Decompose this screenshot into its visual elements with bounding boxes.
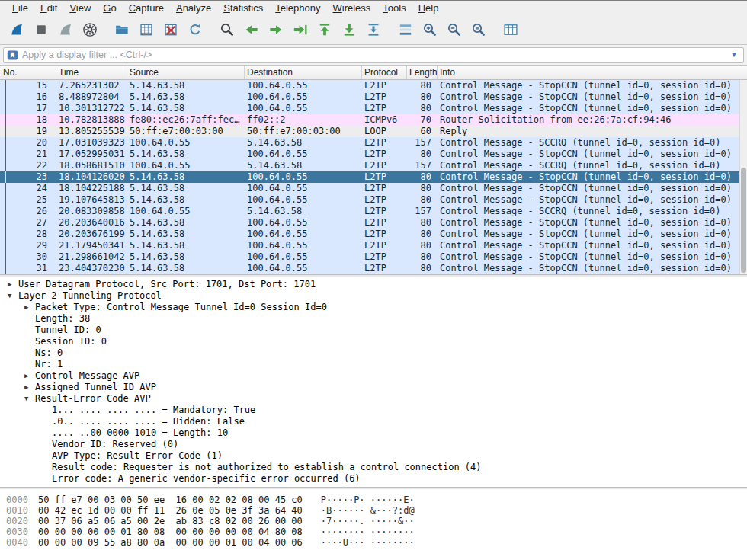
detail-line[interactable]: .0.. .... .... .... = Hidden: False xyxy=(0,416,747,427)
column-header-destination[interactable]: Destination xyxy=(245,66,362,79)
packet-row-20[interactable]: 2017.031039323100.64.0.555.14.63.58L2TP1… xyxy=(0,137,747,149)
packet-row-16[interactable]: 168.4889728045.14.63.58100.64.0.55L2TP80… xyxy=(0,91,747,103)
detail-line[interactable]: ▶User Datagram Protocol, Src Port: 1701,… xyxy=(0,279,747,290)
zoom-in-button[interactable] xyxy=(418,19,441,41)
menu-item-wireless[interactable]: Wireless xyxy=(327,1,377,15)
go-to-packet-button[interactable] xyxy=(289,19,312,41)
column-header-source[interactable]: Source xyxy=(127,66,245,79)
reload-file-button[interactable] xyxy=(184,19,207,41)
expand-arrow-icon[interactable]: ▶ xyxy=(23,370,35,382)
menu-item-tools[interactable]: Tools xyxy=(377,1,412,15)
detail-line[interactable]: Error code: A generic vendor-specific er… xyxy=(0,473,747,485)
capture-options-button[interactable] xyxy=(79,19,101,41)
detail-line[interactable]: Ns: 0 xyxy=(0,347,747,359)
go-back-button[interactable] xyxy=(240,19,263,41)
open-file-button[interactable] xyxy=(111,19,133,41)
stop-capture-button[interactable] xyxy=(30,19,53,41)
zoom-original-button[interactable] xyxy=(467,19,490,41)
detail-line[interactable]: Result code: Requester is not authorized… xyxy=(0,462,747,473)
packet-row-29[interactable]: 2921.1794503415.14.63.58100.64.0.55L2TP8… xyxy=(0,240,747,251)
start-capture-button[interactable] xyxy=(5,19,28,41)
restart-capture-button[interactable] xyxy=(54,19,77,41)
packet-row-18[interactable]: 1810.782813888fe80::ec26:7aff:fec…ff02::… xyxy=(0,114,747,126)
colorize-packets-button[interactable] xyxy=(394,19,417,41)
column-header-info[interactable]: Info xyxy=(438,66,747,79)
find-packet-button[interactable] xyxy=(216,19,239,41)
display-filter-input[interactable] xyxy=(18,50,728,60)
collapse-arrow-icon[interactable]: ▼ xyxy=(23,393,35,405)
detail-line[interactable]: Session ID: 0 xyxy=(0,336,747,347)
detail-line[interactable]: Nr: 1 xyxy=(0,359,747,370)
cell-destination: 50:ff:e7:00:03:00 xyxy=(245,126,362,137)
packet-row-21[interactable]: 2117.0529950315.14.63.58100.64.0.55L2TP8… xyxy=(0,149,747,160)
zoom-out-button[interactable] xyxy=(443,19,466,41)
row-gutter xyxy=(0,137,9,149)
related-packet-line xyxy=(5,114,6,126)
detail-line[interactable]: ▶Packet Type: Control Message Tunnel Id=… xyxy=(0,302,747,313)
packet-row-25[interactable]: 2519.1076458135.14.63.58100.64.0.55L2TP8… xyxy=(0,194,747,206)
related-packet-line xyxy=(5,149,6,160)
menu-item-capture[interactable]: Capture xyxy=(123,1,170,15)
column-header-length[interactable]: Length xyxy=(407,66,438,79)
packet-row-24[interactable]: 2418.1042251885.14.63.58100.64.0.55L2TP8… xyxy=(0,183,747,194)
menu-item-statistics[interactable]: Statistics xyxy=(217,1,269,15)
menu-item-view[interactable]: View xyxy=(63,1,97,15)
expand-arrow-icon[interactable]: ▶ xyxy=(23,382,35,393)
detail-line[interactable]: ▶Control Message AVP xyxy=(0,370,747,382)
packet-row-30[interactable]: 3021.2986610425.14.63.58100.64.0.55L2TP8… xyxy=(0,251,747,263)
scrollbar-thumb[interactable] xyxy=(741,168,746,273)
cell-info: Control Message - StopCCN (tunnel id=0, … xyxy=(438,171,747,183)
hex-line[interactable]: 003000 00 00 00 00 01 80 08 00 00 00 00 … xyxy=(0,526,747,537)
filter-dropdown-arrow-icon[interactable]: ▼ xyxy=(728,51,740,59)
packet-row-26[interactable]: 2620.083309858100.64.0.555.14.63.58L2TP1… xyxy=(0,206,747,217)
expand-arrow-icon[interactable]: ▶ xyxy=(23,302,35,313)
auto-scroll-button[interactable] xyxy=(362,19,385,41)
packet-row-15[interactable]: 157.2652313025.14.63.58100.64.0.55L2TP80… xyxy=(0,80,747,91)
collapse-arrow-icon[interactable]: ▼ xyxy=(6,290,18,302)
column-header-no[interactable]: No. xyxy=(0,66,56,79)
menu-item-analyze[interactable]: Analyze xyxy=(170,1,217,15)
save-file-button[interactable] xyxy=(135,19,158,41)
expand-arrow-icon[interactable]: ▶ xyxy=(6,279,18,290)
detail-line[interactable]: ▶Assigned Tunnel ID AVP xyxy=(0,382,747,393)
related-packet-line xyxy=(5,160,6,171)
cell-source: 5.14.63.58 xyxy=(127,91,245,103)
hex-line[interactable]: 002000 37 06 a5 06 a5 00 2e ab 83 c8 02 … xyxy=(0,516,747,526)
packet-row-28[interactable]: 2820.2036761995.14.63.58100.64.0.55L2TP8… xyxy=(0,229,747,240)
cell-no: 28 xyxy=(9,229,56,240)
detail-line[interactable]: ▼Layer 2 Tunneling Protocol xyxy=(0,290,747,302)
cell-no: 19 xyxy=(9,126,56,137)
go-first-button[interactable] xyxy=(313,19,336,41)
detail-line[interactable]: AVP Type: Result-Error Code (1) xyxy=(0,450,747,462)
detail-line[interactable]: .... ..00 0000 1010 = Length: 10 xyxy=(0,427,747,439)
packet-list-scrollbar[interactable] xyxy=(739,80,747,274)
column-header-protocol[interactable]: Protocol xyxy=(362,66,407,79)
packet-row-27[interactable]: 2720.2036400165.14.63.58100.64.0.55L2TP8… xyxy=(0,217,747,229)
close-file-button[interactable] xyxy=(159,19,182,41)
detail-line[interactable]: Vendor ID: Reserved (0) xyxy=(0,439,747,450)
hex-line[interactable]: 000050 ff e7 00 03 00 50 ee 16 00 02 02 … xyxy=(0,494,747,505)
filter-bookmark-icon[interactable] xyxy=(7,50,18,61)
go-forward-button[interactable] xyxy=(264,19,287,41)
detail-line[interactable]: Length: 38 xyxy=(0,313,747,325)
cell-time: 18.104126020 xyxy=(56,171,127,183)
hex-line[interactable]: 004000 00 00 09 55 a8 80 0a 00 00 00 01 … xyxy=(0,537,747,548)
packet-row-23[interactable]: 2318.1041260205.14.63.58100.64.0.55L2TP8… xyxy=(0,171,747,183)
hex-offset: 0030 xyxy=(6,526,32,537)
menu-item-go[interactable]: Go xyxy=(97,1,122,15)
column-header-time[interactable]: Time xyxy=(56,66,127,79)
menu-item-telephony[interactable]: Telephony xyxy=(269,1,326,15)
detail-line[interactable]: 1... .... .... .... = Mandatory: True xyxy=(0,405,747,416)
detail-line[interactable]: Tunnel ID: 0 xyxy=(0,325,747,336)
menu-item-help[interactable]: Help xyxy=(412,1,445,15)
packet-row-19[interactable]: 1913.80525553950:ff:e7:00:03:0050:ff:e7:… xyxy=(0,126,747,137)
packet-row-17[interactable]: 1710.3013127225.14.63.58100.64.0.55L2TP8… xyxy=(0,103,747,114)
menu-item-edit[interactable]: Edit xyxy=(34,1,63,15)
detail-line[interactable]: ▼Result-Error Code AVP xyxy=(0,393,747,405)
packet-row-22[interactable]: 2218.058681510100.64.0.555.14.63.58L2TP1… xyxy=(0,160,747,171)
packet-row-31[interactable]: 3123.4043702305.14.63.58100.64.0.55L2TP8… xyxy=(0,263,747,274)
hex-line[interactable]: 001000 42 ec 1d 00 00 ff 11 26 0e 05 0e … xyxy=(0,505,747,516)
resize-columns-button[interactable] xyxy=(499,19,522,41)
go-last-button[interactable] xyxy=(338,19,361,41)
menu-item-file[interactable]: File xyxy=(6,1,34,15)
